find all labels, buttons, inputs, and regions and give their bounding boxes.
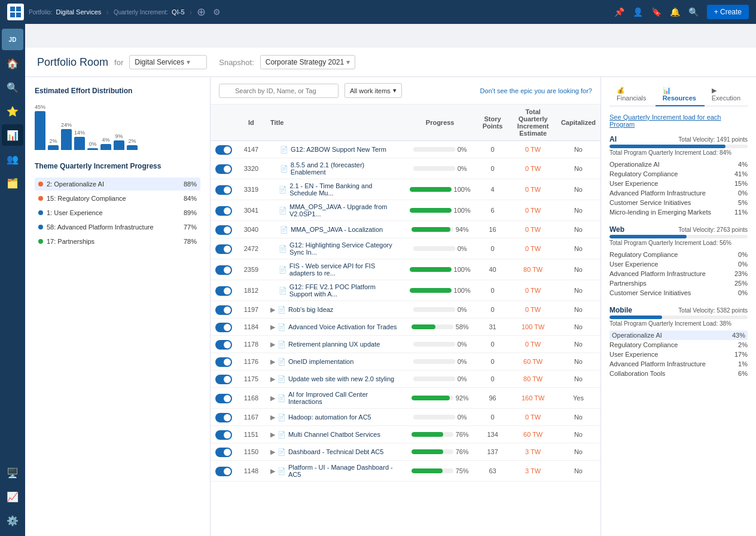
theme-item-1[interactable]: 2: Operationalize AI 88%	[35, 177, 200, 191]
col-toggle	[211, 105, 237, 141]
sidebar-home[interactable]: 🏠	[2, 53, 23, 74]
bar-4	[74, 137, 85, 150]
item-icon: 📄	[278, 375, 286, 383]
progress-bar	[411, 324, 453, 329]
toggle-button[interactable]	[215, 340, 232, 350]
sidebar-avatar[interactable]: JD	[2, 29, 23, 50]
row-expander[interactable]: ▶	[270, 448, 275, 456]
progress-fill	[410, 267, 452, 272]
notification-icon[interactable]: 🔔	[670, 7, 680, 17]
search-icon[interactable]: 🔍	[688, 7, 699, 17]
progress-label: 76%	[456, 431, 469, 438]
program-item: Advanced Platform Infrastructure 23%	[609, 269, 748, 278]
row-expander[interactable]: ▶	[270, 467, 275, 475]
cell-cap: No	[556, 353, 600, 370]
col-progress: Progress	[405, 105, 475, 141]
sidebar-settings[interactable]: ⚙️	[2, 510, 23, 531]
progress-fill	[411, 396, 450, 400]
theme-item-5[interactable]: 17: Partnerships 78%	[35, 235, 200, 248]
bar-5	[87, 148, 98, 150]
sidebar-bar-chart[interactable]: 📈	[2, 486, 23, 507]
toggle-button[interactable]	[215, 164, 232, 174]
cell-progress: 92%	[405, 388, 475, 409]
snapshot-dropdown[interactable]: Corporate Strategy 2021 ▾	[260, 55, 355, 69]
sidebar-hierarchy[interactable]: 🗂️	[2, 172, 23, 194]
portfolio-dropdown-caret: ▾	[187, 58, 190, 66]
portfolio-value[interactable]: Digital Services	[56, 8, 101, 16]
theme-item-3[interactable]: 1: User Experience 89%	[35, 206, 200, 219]
programs-container: AI Total Velocity: 1491 points Total Pro…	[609, 135, 748, 378]
search-wrapper: 🔍	[219, 84, 339, 98]
user-icon[interactable]: 👤	[633, 7, 643, 17]
items-table: Id Title Progress Story Points Total Qua…	[211, 105, 600, 482]
toggle-button[interactable]	[215, 206, 232, 216]
row-expander[interactable]: ▶	[270, 414, 275, 421]
cell-tqi: 0 TW	[510, 301, 556, 318]
toggle-button[interactable]	[215, 375, 232, 384]
epic-hint[interactable]: Don't see the epic you are looking for?	[480, 87, 592, 94]
item-title-text: MMA_OPS_JAVA - Localization	[291, 226, 383, 233]
cell-toggle	[211, 336, 237, 353]
row-expander[interactable]: ▶	[270, 341, 275, 348]
bar-col-3: 24%	[61, 122, 72, 150]
qi-link[interactable]: See Quarterly Increment load for each Pr…	[609, 114, 748, 128]
cell-title: ▶ 📄 AI for Improved Call Center Interact…	[266, 388, 405, 409]
cell-title: 📄 8.5.5 and 2.1 (forecaster) Enablement	[266, 158, 405, 179]
row-expander[interactable]: ▶	[270, 375, 275, 383]
cell-toggle	[211, 388, 237, 409]
row-expander[interactable]: ▶	[270, 358, 275, 366]
sidebar-search[interactable]: 🔍	[2, 76, 23, 98]
toggle-button[interactable]	[215, 305, 232, 315]
pin-icon[interactable]: 📌	[614, 7, 624, 17]
row-expander[interactable]: ▶	[270, 306, 275, 314]
bookmark-icon[interactable]: 🔖	[651, 7, 662, 17]
toggle-button[interactable]	[215, 467, 232, 476]
toggle-button[interactable]	[215, 265, 232, 275]
filter-dropdown[interactable]: All work items ▾	[345, 83, 402, 98]
toggle-button[interactable]	[215, 357, 232, 367]
toggle-button[interactable]	[215, 394, 232, 403]
theme-item-2[interactable]: 15: Regulatory Compliance 84%	[35, 192, 200, 205]
toggle-button[interactable]	[215, 430, 232, 440]
toggle-button[interactable]	[215, 244, 232, 254]
theme-item-4[interactable]: 58: Advanced Platform Infrastructure 77%	[35, 220, 200, 234]
sidebar-star[interactable]: ⭐	[2, 100, 23, 122]
search-input[interactable]	[219, 84, 339, 98]
program-section: Mobile Total Velocity: 5382 points Total…	[609, 306, 748, 378]
breadcrumb-arrow: ›	[106, 7, 109, 17]
item-icon: 📄	[278, 414, 286, 421]
sidebar-chart[interactable]: 📊	[2, 124, 23, 146]
program-item-name: Customer Service Initiatives	[609, 199, 691, 206]
cell-id: 3319	[237, 179, 266, 200]
table-scroll[interactable]: Id Title Progress Story Points Total Qua…	[211, 105, 600, 536]
settings-icon[interactable]: ⚙	[213, 7, 221, 17]
table-row: 1197 ▶ 📄 Rob's big Ideaz 0% 0 0 TW No	[211, 301, 600, 318]
toggle-button[interactable]	[215, 225, 232, 235]
filter-caret: ▾	[393, 87, 397, 94]
toggle-button[interactable]	[215, 448, 232, 457]
toggle-button[interactable]	[215, 145, 232, 155]
bar-3	[61, 129, 72, 150]
qi-value[interactable]: QI-5	[172, 8, 184, 16]
toggle-button[interactable]	[215, 413, 232, 422]
toggle-button[interactable]	[215, 286, 232, 296]
cell-tqi: 0 TW	[510, 280, 556, 301]
cell-title: ▶ 📄 OneID implementation	[266, 353, 405, 370]
create-button[interactable]: + Create	[707, 5, 749, 19]
bar-col-2: 2%	[48, 138, 59, 150]
add-icon[interactable]: ⊕	[197, 5, 206, 19]
cell-story-points: 134	[475, 426, 510, 443]
row-expander[interactable]: ▶	[270, 431, 275, 439]
row-expander[interactable]: ▶	[270, 394, 275, 402]
toggle-button[interactable]	[215, 323, 232, 332]
row-expander[interactable]: ▶	[270, 323, 275, 331]
toggle-button[interactable]	[215, 185, 232, 195]
tab-execution[interactable]: ▶ Execution	[705, 83, 748, 106]
tab-financials[interactable]: 💰 Financials	[609, 83, 656, 106]
sidebar-monitor[interactable]: 🖥️	[2, 462, 23, 483]
program-item-name: Regulatory Compliance	[609, 170, 678, 177]
sidebar-team[interactable]: 👥	[2, 148, 23, 170]
tab-resources[interactable]: 📊 Resources	[656, 83, 705, 106]
portfolio-dropdown[interactable]: Digital Services ▾	[129, 55, 207, 69]
cell-story-points: 31	[475, 318, 510, 336]
